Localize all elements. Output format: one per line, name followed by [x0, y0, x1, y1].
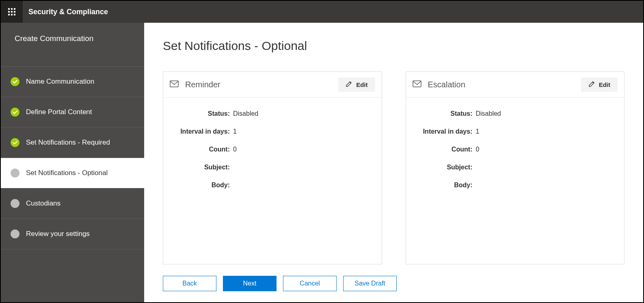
checkmark-icon [11, 77, 19, 86]
edit-escalation-button[interactable]: Edit [581, 78, 618, 92]
field-interval: Interval in days: 1 [414, 128, 616, 135]
step-set-notifications-optional[interactable]: Set Notifications - Optional [1, 158, 144, 188]
step-define-portal-content[interactable]: Define Portal Content [1, 97, 144, 128]
card-header: Escalation Edit [406, 72, 625, 98]
edit-label: Edit [599, 81, 610, 88]
step-set-notifications-required[interactable]: Set Notifications - Required [1, 128, 144, 158]
app-launcher-button[interactable] [1, 1, 23, 23]
main-content: Set Notifications - Optional Reminder Ed… [144, 23, 643, 302]
field-value [232, 164, 374, 171]
mail-icon [170, 80, 179, 89]
field-value: 0 [475, 146, 616, 153]
field-label: Count: [414, 146, 475, 153]
card-body: Status: Disabled Interval in days: 1 Cou… [163, 98, 382, 212]
field-value: 1 [475, 128, 616, 135]
step-bullet-icon [11, 169, 19, 177]
wizard-sidebar: Create Communication Name Communication … [1, 23, 144, 302]
card-title: Escalation [428, 80, 581, 89]
footer-buttons: Back Next Cancel Save Draft [163, 276, 625, 291]
mail-icon [413, 80, 421, 89]
svg-rect-1 [413, 81, 421, 87]
field-label: Subject: [171, 164, 232, 171]
field-subject: Subject: [171, 164, 374, 171]
step-label: Name Communication [26, 78, 94, 86]
field-label: Count: [171, 146, 232, 153]
field-body: Body: [171, 182, 374, 189]
field-status: Status: Disabled [171, 110, 374, 117]
field-label: Body: [414, 182, 475, 189]
step-label: Define Portal Content [26, 108, 92, 116]
app-title: Security & Compliance [23, 8, 108, 16]
body-area: Create Communication Name Communication … [1, 23, 643, 302]
field-value: Disabled [475, 110, 616, 117]
field-value [475, 182, 616, 189]
pencil-icon [588, 81, 595, 89]
next-button[interactable]: Next [223, 276, 277, 291]
field-label: Interval in days: [414, 128, 475, 135]
field-value [475, 164, 616, 171]
pencil-icon [346, 81, 352, 89]
field-value [232, 182, 374, 189]
field-status: Status: Disabled [414, 110, 616, 117]
step-label: Set Notifications - Optional [26, 169, 108, 177]
field-value: 1 [232, 128, 374, 135]
back-button[interactable]: Back [163, 276, 216, 291]
field-count: Count: 0 [414, 146, 616, 153]
save-draft-button[interactable]: Save Draft [343, 276, 397, 291]
step-bullet-icon [11, 199, 19, 208]
field-label: Status: [171, 110, 232, 117]
field-label: Status: [414, 110, 475, 117]
edit-reminder-button[interactable]: Edit [338, 78, 375, 92]
field-value: 0 [232, 146, 374, 153]
step-bullet-icon [11, 229, 19, 238]
field-value: Disabled [232, 110, 374, 117]
field-label: Interval in days: [171, 128, 232, 135]
svg-rect-0 [170, 81, 178, 87]
field-interval: Interval in days: 1 [171, 128, 374, 135]
field-body: Body: [414, 182, 616, 189]
top-bar: Security & Compliance [1, 1, 643, 23]
card-body: Status: Disabled Interval in days: 1 Cou… [406, 98, 625, 212]
escalation-card: Escalation Edit Status: Disabled Inter [406, 71, 625, 264]
step-name-communication[interactable]: Name Communication [1, 67, 144, 97]
sidebar-title: Create Communication [1, 23, 144, 67]
step-label: Custodians [26, 199, 61, 208]
field-subject: Subject: [414, 164, 616, 171]
field-label: Subject: [414, 164, 475, 171]
edit-label: Edit [356, 81, 367, 88]
step-custodians[interactable]: Custodians [1, 188, 144, 219]
step-label: Set Notifications - Required [26, 139, 110, 147]
step-label: Review your settings [26, 230, 90, 238]
reminder-card: Reminder Edit Status: Disabled Interva [163, 71, 382, 264]
cards-row: Reminder Edit Status: Disabled Interva [163, 71, 625, 264]
field-label: Body: [171, 182, 232, 189]
card-title: Reminder [185, 80, 338, 89]
cancel-button[interactable]: Cancel [283, 276, 337, 291]
step-review-your-settings[interactable]: Review your settings [1, 219, 144, 249]
checkmark-icon [11, 108, 19, 117]
card-header: Reminder Edit [163, 72, 382, 98]
waffle-icon [8, 8, 15, 15]
checkmark-icon [11, 138, 19, 147]
field-count: Count: 0 [171, 146, 374, 153]
page-title: Set Notifications - Optional [163, 39, 625, 53]
